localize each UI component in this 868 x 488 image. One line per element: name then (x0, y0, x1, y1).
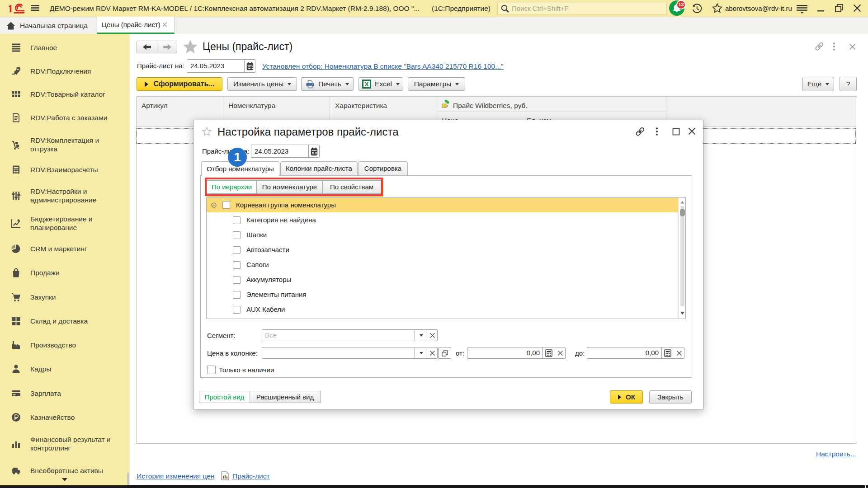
svg-text:X: X (365, 81, 369, 88)
svg-text:1,1: 1,1 (444, 104, 448, 108)
